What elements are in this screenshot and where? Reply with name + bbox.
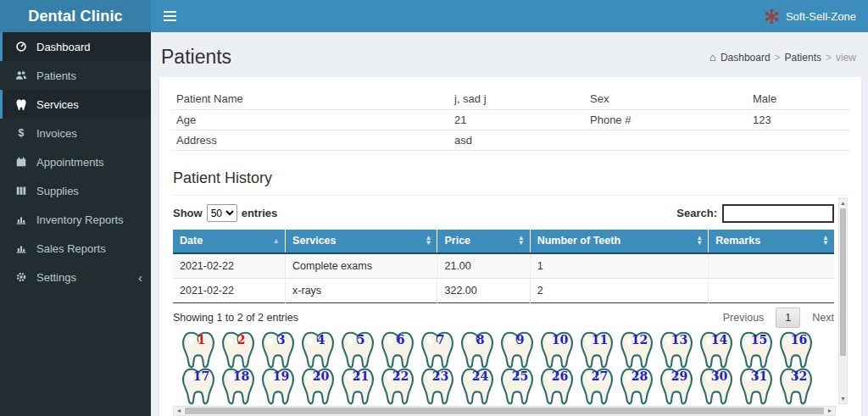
sidebar-item-appointments[interactable]: Appointments [0, 147, 151, 176]
sidebar-item-patients[interactable]: Patients [0, 61, 151, 90]
tooth-26[interactable]: 26 [538, 367, 576, 406]
tooth-number: 11 [584, 333, 615, 347]
tooth-24[interactable]: 24 [459, 367, 496, 406]
teeth-chart: 1234567891011121314151617181920212223242… [173, 330, 834, 406]
brand-label: Soft-Sell-Zone [786, 10, 856, 23]
vertical-scrollbar[interactable]: ▲ ▼ [838, 197, 848, 404]
tooth-2[interactable]: 2 [220, 330, 257, 369]
tooth-27[interactable]: 27 [578, 367, 615, 406]
vertical-scroll-thumb[interactable] [840, 208, 846, 356]
column-header-services[interactable]: Services▲▼ [286, 230, 437, 253]
tooth-8[interactable]: 8 [459, 330, 496, 369]
sidebar-item-supplies[interactable]: Supplies [0, 176, 151, 205]
sidebar-item-label: Appointments [36, 156, 104, 169]
sidebar-item-inventory-reports[interactable]: Inventory Reports [0, 205, 151, 234]
tooth-19[interactable]: 19 [259, 367, 297, 406]
tooth-22[interactable]: 22 [379, 367, 416, 406]
sidebar-toggle-icon[interactable] [151, 0, 188, 32]
patient-field-value: j, sad j [449, 89, 585, 109]
scroll-right-arrow-icon[interactable]: ► [825, 408, 835, 413]
page-number-buttons: 1 [776, 312, 800, 324]
tooth-31[interactable]: 31 [737, 367, 775, 406]
tooth-number: 13 [664, 333, 695, 347]
tooth-4[interactable]: 4 [299, 330, 337, 369]
patient-field-label [585, 130, 748, 150]
tooth-28[interactable]: 28 [618, 367, 655, 406]
breadcrumb-view: view [836, 52, 856, 64]
sort-both-icon[interactable]: ▲▼ [426, 236, 432, 246]
breadcrumb-dashboard[interactable]: Dashboard [721, 52, 771, 64]
tooth-15[interactable]: 15 [737, 330, 775, 369]
tooth-9[interactable]: 9 [498, 330, 536, 369]
content: Patients ⌂ Dashboard > Patients > view P… [151, 32, 868, 416]
tooth-30[interactable]: 30 [698, 367, 735, 406]
sidebar-item-sales-reports[interactable]: Sales Reports [0, 234, 151, 263]
history-row[interactable]: 2021-02-22x-rays322.002 [173, 278, 834, 302]
tooth-7[interactable]: 7 [419, 330, 456, 369]
history-row[interactable]: 2021-02-22Complete exams21.001 [173, 253, 834, 279]
next-page-button[interactable]: Next [812, 312, 834, 324]
page-button-1[interactable]: 1 [776, 308, 800, 328]
tooth-6[interactable]: 6 [379, 330, 416, 369]
horizontal-scrollbar[interactable]: ◄ ► [173, 406, 836, 416]
tooth-16[interactable]: 16 [777, 330, 815, 369]
tooth-18[interactable]: 18 [220, 367, 257, 406]
patient-field-value [748, 130, 849, 150]
tooth-32[interactable]: 32 [777, 367, 815, 406]
tooth-20[interactable]: 20 [299, 367, 337, 406]
sort-both-icon[interactable]: ▲▼ [696, 236, 703, 246]
tooth-number: 5 [345, 333, 376, 347]
tooth-number: 18 [225, 369, 257, 383]
column-header-remarks[interactable]: Remarks▲▼ [709, 230, 834, 253]
scroll-left-arrow-icon[interactable]: ◄ [174, 408, 184, 413]
tooth-1[interactable]: 1 [180, 330, 217, 369]
history-cell: 2021-02-22 [173, 278, 286, 302]
chart-icon [13, 241, 30, 255]
tooth-10[interactable]: 10 [538, 330, 576, 369]
tooth-5[interactable]: 5 [339, 330, 376, 369]
sidebar-item-services[interactable]: Services [0, 90, 151, 119]
tooth-13[interactable]: 13 [658, 330, 695, 369]
scroll-down-arrow-icon[interactable]: ▼ [839, 394, 847, 403]
tooth-number: 20 [305, 369, 337, 383]
patient-field-value: 21 [449, 109, 585, 130]
tooth-number: 7 [425, 333, 456, 347]
navbar-brand[interactable]: Soft-Sell-Zone [765, 9, 868, 24]
tooth-25[interactable]: 25 [498, 367, 536, 406]
tooth-3[interactable]: 3 [259, 330, 297, 369]
patient-field-value: 123 [748, 109, 849, 130]
breadcrumb: ⌂ Dashboard > Patients > view [709, 51, 856, 64]
tooth-17[interactable]: 17 [180, 367, 217, 406]
tooth-number: 27 [584, 369, 615, 383]
scroll-up-arrow-icon[interactable]: ▲ [839, 198, 847, 208]
app-logo[interactable]: Dental Clinic [0, 0, 151, 32]
previous-page-button[interactable]: Previous [723, 312, 765, 324]
page-length-control: Show 50 entries [173, 204, 277, 222]
tooth-12[interactable]: 12 [618, 330, 655, 369]
sidebar-item-invoices[interactable]: Invoices [0, 119, 151, 147]
sort-both-icon[interactable]: ▲▼ [822, 236, 829, 246]
datatable-footer: Showing 1 to 2 of 2 entries Previous 1 N… [173, 312, 834, 324]
sidebar-item-label: Patients [36, 69, 76, 82]
tooth-11[interactable]: 11 [578, 330, 615, 369]
column-header-date[interactable]: Date▲ [173, 230, 286, 253]
page-length-select[interactable]: 50 [207, 204, 237, 222]
tooth-number: 1 [186, 333, 217, 347]
breadcrumb-patients[interactable]: Patients [785, 52, 821, 64]
search-input[interactable] [722, 204, 834, 223]
column-header-number-of-teeth[interactable]: Number of Teeth▲▼ [530, 230, 709, 253]
tooth-29[interactable]: 29 [658, 367, 695, 406]
tooth-21[interactable]: 21 [339, 367, 376, 406]
horizontal-scroll-thumb[interactable] [185, 408, 824, 414]
tooth-14[interactable]: 14 [698, 330, 735, 369]
sort-ascending-icon[interactable]: ▲ [272, 238, 280, 243]
tooth-23[interactable]: 23 [419, 367, 456, 406]
sort-both-icon[interactable]: ▲▼ [518, 236, 525, 246]
supplies-icon [13, 184, 30, 197]
dollar-icon [13, 126, 30, 140]
search-control: Search: [676, 204, 834, 223]
column-header-price[interactable]: Price▲▼ [437, 230, 530, 253]
sidebar-item-dashboard[interactable]: Dashboard [0, 32, 151, 61]
sidebar-item-settings[interactable]: Settings‹ [0, 263, 151, 291]
patient-field-value: Male [748, 89, 849, 109]
